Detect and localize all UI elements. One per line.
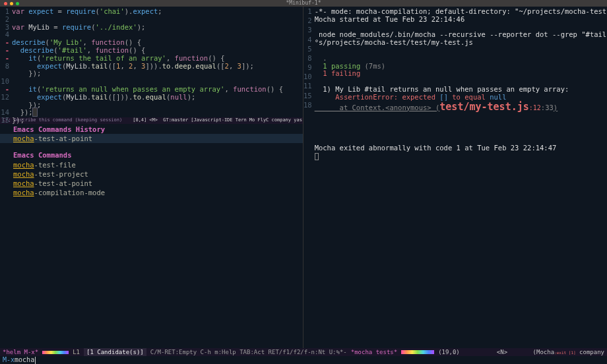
helm-candidate[interactable]: mocha-compilation-mode <box>0 188 303 197</box>
editor-gutter: 1234---810-121415 <box>0 7 12 117</box>
helm-history-header: Emacs Commands History <box>0 124 303 134</box>
helm-candidate[interactable]: mocha-test-at-point <box>0 179 303 188</box>
helm-commands-list[interactable]: mocha-test-filemocha-test-projectmocha-t… <box>0 160 303 198</box>
workspace: 1234---810-121415 var expect = require('… <box>0 7 607 348</box>
mocha-mode-open: (Mocha <box>533 349 555 355</box>
rainbow-icon <box>42 351 69 354</box>
compilation-gutter: 123458910111518 <box>304 7 315 348</box>
text-cursor-icon <box>35 357 36 364</box>
compilation-buffer[interactable]: 123458910111518 -*- mode: mocha-compilat… <box>304 7 607 348</box>
bottom-modeline: *helm M-x* L1 [1 Candidate(s)] C/M-RET:E… <box>0 348 607 356</box>
mocha-buffer-name: *mocha tests* <box>351 348 397 356</box>
code-editor[interactable]: 1234---810-121415 var expect = require('… <box>0 7 303 117</box>
helm-buffer-name: *helm M-x* <box>3 348 38 356</box>
rainbow-icon <box>401 350 434 354</box>
compilation-body[interactable]: -*- mode: mocha-compilation; default-dir… <box>315 7 607 348</box>
mocha-state: <N> <box>497 348 507 356</box>
window-title: *Minibuf-1* <box>0 0 607 7</box>
window-titlebar: *Minibuf-1* <box>0 0 607 7</box>
helm-history-list[interactable]: mocha-test-at-point <box>0 134 303 143</box>
helm-candidate[interactable]: mocha-test-project <box>0 169 303 179</box>
mocha-exit-status: :exit [1] <box>554 350 576 355</box>
helm-keybind-hints: C/M-RET:Empty C-h m:Help TAB:Act RET/f1/… <box>150 348 347 356</box>
helm-commands-header: Emacs Commands <box>0 150 303 160</box>
mocha-cursor-pos: (19,0) <box>438 348 460 356</box>
helm-panel[interactable]: Emacs Commands History mocha-test-at-poi… <box>0 124 303 348</box>
helm-candidates-count: [1 Candidate(s)] <box>84 348 146 356</box>
minibuffer[interactable]: M-x mocha <box>0 356 607 364</box>
mocha-mode-close: company <box>576 349 604 355</box>
helm-line: L1 <box>73 348 80 356</box>
minibuffer-prompt: M-x <box>3 355 15 364</box>
editor-body[interactable]: var expect = require('chai').expect; var… <box>12 7 303 117</box>
minibuffer-input[interactable]: mocha <box>15 355 34 364</box>
right-pane: 123458910111518 -*- mode: mocha-compilat… <box>304 7 607 348</box>
helm-candidate[interactable]: mocha-test-file <box>0 160 303 169</box>
left-pane: 1234---810-121415 var expect = require('… <box>0 7 304 348</box>
helm-candidate[interactable]: mocha-test-at-point <box>0 134 303 143</box>
